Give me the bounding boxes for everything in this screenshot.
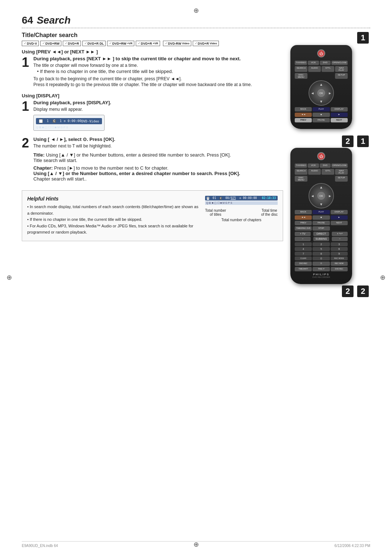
rbtn-vcr[interactable]: VCR [308, 61, 319, 65]
display-step-1-body: Display menu will appear. [33, 106, 283, 113]
rbtn2-dvd[interactable]: DVD [320, 163, 331, 168]
footer-date: 6/12/2006 4:22:33 PM [335, 544, 370, 548]
remote2-bottom-row1: DVD REC D REC NOW [295, 262, 348, 266]
rbtn2-direct[interactable]: DIRECT [313, 232, 329, 236]
title-section: Title: Using [▲ / ▼] or the Number butto… [33, 152, 283, 163]
rbtn2-prev[interactable]: PREV [295, 221, 312, 225]
rbtn2-9[interactable]: 9 [331, 252, 348, 256]
nav-circle-2[interactable]: ▲ ▼ ◄ ► OK [309, 183, 334, 208]
rbtn2-pause[interactable]: PAUSE [313, 221, 330, 225]
step-number-1: 1 [22, 56, 30, 87]
rbtn2-dvdrec[interactable]: DVD REC [295, 262, 312, 266]
rbtn2-ffwd[interactable]: ► [331, 215, 348, 220]
rbtn-discmenu[interactable]: DISC MENU [295, 73, 307, 79]
remote2-bottom-row2: TIMESHIFT TAKE IT DVD REC [295, 267, 348, 271]
hint-display-icons: Q ⊞ ■ ▢ ☐ ■ M G P S [205, 201, 278, 205]
rbtn2-2[interactable]: 2 [313, 242, 330, 246]
hint-item-1: In search mode display, total numbers of… [27, 204, 199, 216]
power-icon-2: ⏻ [319, 154, 323, 158]
step-badge-row-1: 1 [290, 32, 370, 44]
rbtn-sttl[interactable]: STTL [322, 66, 334, 72]
rbtn-stop[interactable]: ■ [313, 113, 330, 117]
rbtn2-clear[interactable]: CLEAR [295, 256, 312, 260]
rbtn-display[interactable]: DISPLAY [331, 107, 348, 112]
rbtn2-vol-minus[interactable]: − [295, 237, 311, 241]
rbtn2-setup[interactable]: SETUP [335, 176, 348, 182]
rbtn2-sub[interactable]: SUBBING [313, 237, 329, 241]
rbtn-openclose[interactable]: OPEN/CLOSE [331, 61, 348, 65]
rbtn2-next[interactable]: NEXT [331, 221, 348, 225]
rbtn2-3[interactable]: 3 [331, 242, 348, 246]
rbtn2-1[interactable]: 1 [295, 242, 312, 246]
rbtn2-recmode[interactable]: REC MODE [331, 256, 348, 260]
rbtn2-play[interactable]: PLAY [313, 210, 330, 214]
rbtn-naviplay[interactable]: NAVI PLAY [335, 66, 348, 72]
rbtn-pause[interactable]: PAUSE [313, 118, 330, 122]
rbtn2-back[interactable]: BACK [295, 210, 312, 214]
rbtn2-ch-plus[interactable]: + *+* [332, 232, 348, 236]
hint-display-left: T 01 C 00/025 ⊙ 00:00:00 [207, 197, 257, 200]
ok-button[interactable]: OK [317, 89, 325, 97]
rbtn2-8[interactable]: 8 [313, 252, 330, 256]
rbtn-rewind[interactable]: ◄◄ [295, 113, 312, 117]
rbtn2-rewind[interactable]: ◄◄ [295, 215, 312, 220]
rbtn-ffwd[interactable]: ► [331, 113, 348, 117]
power-button[interactable]: ⏻ [317, 49, 325, 57]
page: 64 Search Title/Chapter search ✓DVD-V ✓D… [0, 0, 392, 555]
rbtn2-search[interactable]: SEARCH [295, 169, 307, 175]
rbtn2-stop2[interactable]: STOP [313, 226, 330, 231]
rbtn2-display[interactable]: DISPLAY [331, 210, 348, 214]
rbtn2-4[interactable]: 4 [295, 247, 312, 251]
section-title: Title/Chapter search [22, 32, 283, 39]
rbtn2-takeit[interactable]: TAKE IT [313, 267, 330, 271]
hints-left: Helpful Hints In search mode display, to… [27, 196, 199, 236]
nav-circle[interactable]: ▲ ▼ ◄ ► OK [309, 80, 334, 106]
remote2-top-row: TV/VIDEO VCR DVD OPEN/CLOSE [295, 163, 348, 168]
nav-right-arrow: ► [328, 91, 332, 95]
step-1-body1: The title or chapter will move forward b… [33, 62, 283, 69]
chapter-section: Chapter: Press [►] to move to the number… [33, 165, 283, 182]
display-step-number-1: 1 [22, 100, 30, 133]
nav-down-arrow: ▼ [319, 100, 323, 104]
rbtn2-timerrec[interactable]: TIMER/REC DVD [295, 226, 312, 231]
rbtn2-7[interactable]: 7 [295, 252, 312, 256]
rbtn2-openclose[interactable]: OPEN/CLOSE [331, 163, 348, 168]
rbtn-setup[interactable]: SETUP [335, 73, 348, 79]
rbtn-search[interactable]: SEARCH [295, 66, 307, 72]
rbtn2-stop[interactable]: ■ [313, 215, 330, 220]
rbtn-dvd[interactable]: DVD [320, 61, 331, 65]
step-badge-2: 2 [342, 135, 354, 147]
rbtn2-dvdrec2[interactable]: DVD REC [331, 267, 348, 271]
rbtn-tvvideo[interactable]: TV/VIDEO [295, 61, 307, 65]
badge-dvdpr: ✓DVD+R [63, 41, 81, 46]
remote-bottom: ⏻ TV/VIDEO VCR DVD OPEN/CLOSE SEARCH AUD… [290, 148, 352, 284]
display-step-2: 2 Using [ ◄ / ►], select ⊙. Press [OK]. … [22, 137, 283, 182]
rbtn-next[interactable]: NEXT [331, 118, 348, 122]
rbtn-audio[interactable]: AUDIO [308, 66, 321, 72]
using-prev-next-title: Using [PREV ◄◄] or [NEXT ►► ] [22, 49, 283, 54]
rbtn2-tvvideo[interactable]: TV/VIDEO [295, 163, 307, 168]
helpful-hints-section: Helpful Hints In search mode display, to… [22, 190, 283, 241]
power-button-2[interactable]: ⏻ [317, 152, 325, 160]
rbtn2-d[interactable]: D [313, 262, 330, 266]
chapter-note: Chapter search will start.. [33, 176, 87, 182]
rbtn2-timeshift[interactable]: TIMESHIFT [295, 267, 312, 271]
rbtn2-vol-plus[interactable]: + TV [295, 232, 311, 236]
step-1-heading: During playback, press [NEXT ►► ] to ski… [33, 56, 283, 61]
rbtn-prev[interactable]: PREV [295, 118, 312, 122]
display-step-1: 1 During playback, press [DISPLAY]. Disp… [22, 100, 283, 133]
rbtn2-vcr[interactable]: VCR [308, 163, 319, 168]
rbtn2-audio[interactable]: AUDIO [308, 169, 321, 175]
rbtn2-sttl[interactable]: STTL [322, 169, 334, 175]
rbtn2-6[interactable]: 6 [331, 247, 348, 251]
rbtn-back[interactable]: BACK [295, 107, 312, 112]
rbtn2-discmenu[interactable]: DISC MENU [295, 176, 307, 182]
rbtn2-ch-minus[interactable]: − [332, 237, 348, 241]
rbtn2-naviplay[interactable]: NAVI PLAY [335, 169, 348, 175]
rbtn2-5[interactable]: 5 [313, 247, 330, 251]
rbtn2-recnow[interactable]: REC NOW [331, 262, 348, 266]
rbtn-play[interactable]: PLAY [313, 107, 330, 112]
ok-button-2[interactable]: OK [317, 192, 325, 200]
rbtn2-0[interactable]: 0 [313, 256, 330, 260]
remote2-playback-row: BACK PLAY DISPLAY [295, 210, 348, 214]
